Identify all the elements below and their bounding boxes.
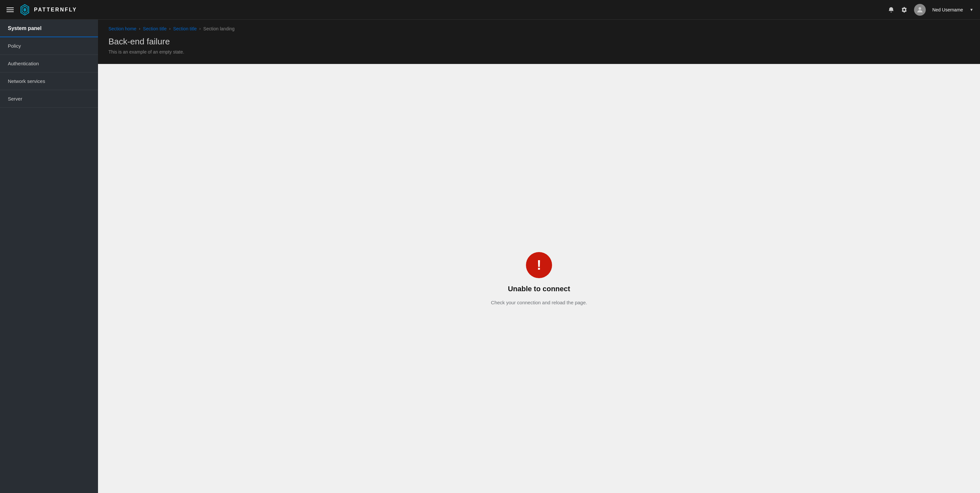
- breadcrumb-link-section-home[interactable]: Section home: [108, 26, 137, 31]
- topbar-right: Ned Username ▼: [888, 4, 974, 16]
- error-icon: !: [526, 252, 552, 278]
- breadcrumb-separator: ›: [199, 27, 200, 31]
- settings-button[interactable]: [901, 6, 907, 13]
- logo-container: PATTERNFLY: [19, 4, 77, 16]
- content-area: Section home › Section title › Section t…: [98, 20, 980, 493]
- avatar-icon: [916, 6, 924, 14]
- breadcrumb: Section home › Section title › Section t…: [108, 26, 970, 31]
- svg-point-6: [919, 7, 921, 10]
- gear-icon: [901, 6, 907, 13]
- user-dropdown-arrow[interactable]: ▼: [970, 8, 974, 12]
- content-header: Section home › Section title › Section t…: [98, 20, 980, 64]
- hamburger-menu-button[interactable]: [6, 8, 14, 12]
- sidebar-item-system-panel[interactable]: System panel: [0, 20, 98, 37]
- topbar: PATTERNFLY Ned Username ▼: [0, 0, 980, 20]
- breadcrumb-separator: ›: [139, 27, 140, 31]
- breadcrumb-link-section-title-2[interactable]: Section title: [173, 26, 197, 31]
- hamburger-line: [6, 8, 14, 8]
- page-title: Back-end failure: [108, 36, 970, 47]
- sidebar-item-authentication[interactable]: Authentication: [0, 55, 98, 73]
- patternfly-logo-icon: [19, 4, 31, 16]
- notification-button[interactable]: [888, 6, 894, 13]
- breadcrumb-link-section-title-1[interactable]: Section title: [143, 26, 167, 31]
- username-label: Ned Username: [932, 7, 963, 13]
- content-body: ! Unable to connect Check your connectio…: [98, 64, 980, 493]
- hamburger-line: [6, 11, 14, 12]
- main-layout: System panel Policy Authentication Netwo…: [0, 20, 980, 493]
- error-title: Unable to connect: [508, 285, 570, 293]
- error-exclamation: !: [537, 258, 541, 272]
- topbar-left: PATTERNFLY: [6, 4, 77, 16]
- sidebar-item-network-services[interactable]: Network services: [0, 73, 98, 90]
- breadcrumb-current: Section landing: [203, 26, 235, 31]
- bell-icon: [888, 6, 894, 13]
- sidebar-item-policy[interactable]: Policy: [0, 37, 98, 55]
- error-message: Check your connection and reload the pag…: [491, 300, 587, 305]
- page-subtitle: This is an example of an empty state.: [108, 49, 970, 54]
- avatar: [914, 4, 926, 16]
- sidebar: System panel Policy Authentication Netwo…: [0, 20, 98, 493]
- sidebar-item-server[interactable]: Server: [0, 90, 98, 108]
- brand-name: PATTERNFLY: [34, 7, 77, 13]
- hamburger-line: [6, 10, 14, 10]
- breadcrumb-separator: ›: [169, 27, 170, 31]
